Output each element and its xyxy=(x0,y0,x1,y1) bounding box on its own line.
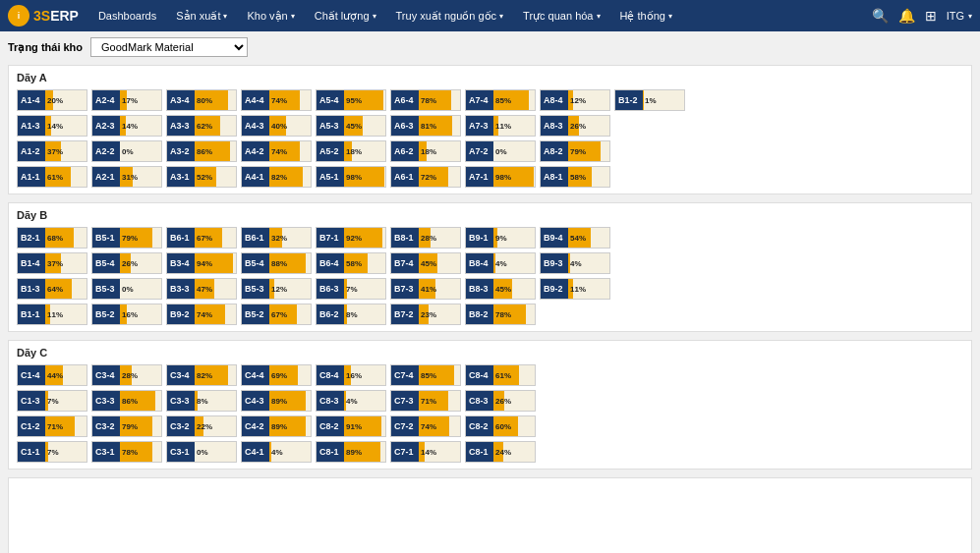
table-row[interactable]: A6-478% xyxy=(390,89,461,111)
table-row[interactable]: B6-167% xyxy=(166,227,237,249)
table-row[interactable]: B7-192% xyxy=(316,227,386,249)
table-row[interactable]: B9-34% xyxy=(540,252,610,274)
table-row[interactable]: C3-178% xyxy=(91,441,162,463)
table-row[interactable]: A8-158% xyxy=(540,166,610,188)
user-menu[interactable]: ITG ▾ xyxy=(947,10,972,22)
table-row[interactable]: B1-111% xyxy=(17,304,87,325)
table-row[interactable]: A6-172% xyxy=(390,166,461,188)
table-row[interactable]: B7-341% xyxy=(390,278,461,300)
table-row[interactable]: B6-37% xyxy=(316,278,386,300)
table-row[interactable]: A8-412% xyxy=(540,89,610,111)
table-row[interactable]: B5-267% xyxy=(241,304,312,325)
table-row[interactable]: C3-279% xyxy=(91,415,162,437)
table-row[interactable]: A7-198% xyxy=(465,166,536,188)
table-row[interactable]: B1-21% xyxy=(614,89,685,111)
table-row[interactable]: B5-30% xyxy=(91,278,162,300)
table-row[interactable]: A6-381% xyxy=(390,115,461,137)
table-row[interactable]: C4-469% xyxy=(241,364,312,386)
table-row[interactable]: B9-274% xyxy=(166,304,237,325)
table-row[interactable]: A3-480% xyxy=(166,89,237,111)
table-row[interactable]: C3-428% xyxy=(91,364,162,386)
table-row[interactable]: C7-274% xyxy=(390,415,461,437)
nav-chat-luong[interactable]: Chất lượng▾ xyxy=(307,0,384,31)
table-row[interactable]: B5-216% xyxy=(91,304,162,325)
table-row[interactable]: A3-152% xyxy=(166,166,237,188)
table-row[interactable]: C4-289% xyxy=(241,415,312,437)
table-row[interactable]: A3-286% xyxy=(166,140,237,162)
table-row[interactable]: B5-488% xyxy=(241,252,312,274)
table-row[interactable]: B2-168% xyxy=(17,227,87,249)
table-row[interactable]: A5-218% xyxy=(316,140,386,162)
table-row[interactable]: C8-124% xyxy=(465,441,536,463)
table-row[interactable]: B7-445% xyxy=(390,252,461,274)
nav-san-xuat[interactable]: Sản xuất▾ xyxy=(168,0,235,31)
table-row[interactable]: C3-386% xyxy=(91,390,162,412)
table-row[interactable]: C8-461% xyxy=(465,364,536,386)
table-row[interactable]: B5-312% xyxy=(241,278,312,300)
table-row[interactable]: C3-482% xyxy=(166,364,237,386)
table-row[interactable]: B6-28% xyxy=(316,304,386,325)
table-row[interactable]: C4-389% xyxy=(241,390,312,412)
table-row[interactable]: A8-326% xyxy=(540,115,610,137)
table-row[interactable]: B3-347% xyxy=(166,278,237,300)
table-row[interactable]: C8-326% xyxy=(465,390,536,412)
nav-truy-xuat[interactable]: Truy xuất nguồn gốc▾ xyxy=(388,0,512,31)
table-row[interactable]: C3-222% xyxy=(166,415,237,437)
nav-kho-van[interactable]: Kho vận▾ xyxy=(239,0,302,31)
table-row[interactable]: A5-345% xyxy=(316,115,386,137)
table-row[interactable]: C8-416% xyxy=(316,364,386,386)
table-row[interactable]: B3-494% xyxy=(166,252,237,274)
nav-he-thong[interactable]: Hệ thống▾ xyxy=(612,0,680,31)
table-row[interactable]: B8-278% xyxy=(465,304,536,325)
table-row[interactable]: C1-37% xyxy=(17,390,87,412)
table-row[interactable]: B7-223% xyxy=(390,304,461,325)
table-row[interactable]: C1-271% xyxy=(17,415,87,437)
table-row[interactable]: C3-10% xyxy=(166,441,237,463)
table-row[interactable]: B9-19% xyxy=(465,227,536,249)
table-row[interactable]: A5-495% xyxy=(316,89,386,111)
table-row[interactable]: A3-362% xyxy=(166,115,237,137)
table-row[interactable]: B1-437% xyxy=(17,252,87,274)
table-row[interactable]: A4-182% xyxy=(241,166,312,188)
table-row[interactable]: A7-20% xyxy=(465,140,536,162)
table-row[interactable]: C8-189% xyxy=(316,441,386,463)
grid-icon[interactable]: ⊞ xyxy=(925,8,937,24)
table-row[interactable]: C3-38% xyxy=(166,390,237,412)
search-icon[interactable]: 🔍 xyxy=(872,8,889,24)
table-row[interactable]: A2-417% xyxy=(91,89,162,111)
table-row[interactable]: A5-198% xyxy=(316,166,386,188)
table-row[interactable]: A7-311% xyxy=(465,115,536,137)
table-row[interactable]: C8-260% xyxy=(465,415,536,437)
table-row[interactable]: B6-132% xyxy=(241,227,312,249)
table-row[interactable]: C7-485% xyxy=(390,364,461,386)
table-row[interactable]: B9-454% xyxy=(540,227,610,249)
nav-dashboards[interactable]: Dashboards xyxy=(90,0,164,31)
table-row[interactable]: C8-291% xyxy=(316,415,386,437)
table-row[interactable]: A4-340% xyxy=(241,115,312,137)
bell-icon[interactable]: 🔔 xyxy=(898,8,915,24)
table-row[interactable]: A8-279% xyxy=(540,140,610,162)
table-row[interactable]: B6-458% xyxy=(316,252,386,274)
table-row[interactable]: A2-131% xyxy=(91,166,162,188)
nav-truc-quan[interactable]: Trực quan hóa▾ xyxy=(515,0,607,31)
table-row[interactable]: B1-364% xyxy=(17,278,87,300)
table-row[interactable]: A2-20% xyxy=(91,140,162,162)
table-row[interactable]: B8-345% xyxy=(465,278,536,300)
table-row[interactable]: A1-314% xyxy=(17,115,87,137)
table-row[interactable]: A4-274% xyxy=(241,140,312,162)
status-select[interactable]: GoodMark Material xyxy=(90,37,248,57)
table-row[interactable]: C4-14% xyxy=(241,441,312,463)
table-row[interactable]: C1-17% xyxy=(17,441,87,463)
table-row[interactable]: A1-161% xyxy=(17,166,87,188)
table-row[interactable]: B9-211% xyxy=(540,278,610,300)
table-row[interactable]: C7-114% xyxy=(390,441,461,463)
table-row[interactable]: A1-237% xyxy=(17,140,87,162)
table-row[interactable]: A2-314% xyxy=(91,115,162,137)
table-row[interactable]: A4-474% xyxy=(241,89,312,111)
table-row[interactable]: C1-444% xyxy=(17,364,87,386)
table-row[interactable]: A7-485% xyxy=(465,89,536,111)
table-row[interactable]: A1-420% xyxy=(17,89,87,111)
table-row[interactable]: B5-179% xyxy=(91,227,162,249)
table-row[interactable]: B5-426% xyxy=(91,252,162,274)
table-row[interactable]: A6-218% xyxy=(390,140,461,162)
